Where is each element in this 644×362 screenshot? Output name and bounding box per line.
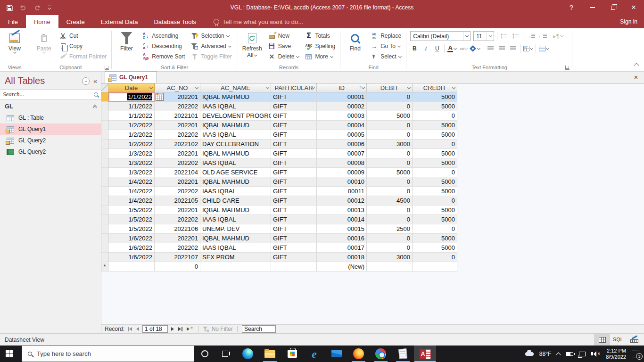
cell[interactable]: GIFT (271, 215, 317, 224)
hidden-icons-chevron-icon[interactable] (556, 352, 561, 357)
row-selector[interactable] (101, 158, 108, 168)
advanced-button[interactable]: Advanced (189, 41, 233, 51)
cell[interactable]: 5000 (367, 168, 413, 177)
cell[interactable]: 00001 (317, 92, 367, 102)
cell[interactable]: GIFT (271, 111, 317, 121)
cell[interactable]: 00012 (317, 196, 367, 206)
cell[interactable]: 0 (367, 158, 413, 168)
cell[interactable]: 1/6/2022 (108, 234, 155, 243)
column-dropdown-icon[interactable] (149, 86, 153, 89)
cell[interactable]: 0 (367, 187, 413, 196)
document-tab-gl-query1[interactable]: GL Query1 (105, 71, 157, 83)
column-dropdown-icon[interactable] (452, 86, 455, 89)
design-view-button[interactable] (626, 334, 642, 346)
cell[interactable]: 5000 (413, 158, 457, 168)
cell[interactable]: 202201 (155, 177, 200, 187)
cell[interactable]: 5000 (413, 92, 457, 102)
previous-record-button[interactable] (135, 327, 140, 331)
cell[interactable]: 202201 (155, 234, 200, 243)
cell[interactable] (271, 262, 317, 272)
increase-indent-button[interactable]: ← (538, 32, 547, 41)
cell[interactable]: 1/4/2022 (108, 187, 155, 196)
cell[interactable]: IQBAL MAHMUD (200, 206, 271, 215)
cell[interactable]: IAAS IQBAL (200, 158, 271, 168)
nav-item-gl-table[interactable]: GL : Table (0, 112, 101, 123)
customize-qat-icon[interactable] (48, 6, 51, 10)
next-record-button[interactable] (170, 327, 175, 331)
row-selector[interactable] (101, 149, 108, 158)
action-center-icon[interactable]: 3 (632, 351, 639, 357)
underline-button[interactable]: U (433, 44, 441, 53)
format-painter-button[interactable]: Format Painter (58, 51, 108, 62)
cell[interactable]: 1/3/2022 (108, 168, 155, 177)
remove-sort-button[interactable]: AZRemove Sort (140, 51, 186, 62)
taskbar-app-chrome[interactable] (370, 346, 392, 362)
more-button[interactable]: More (303, 51, 337, 62)
new-blank-record-button[interactable]: * (186, 327, 194, 331)
cell[interactable]: 202202 (155, 215, 200, 224)
cell[interactable]: 00003 (317, 111, 367, 121)
cell[interactable]: 2022105 (155, 196, 200, 206)
cell[interactable]: (New) (317, 262, 367, 272)
cell[interactable]: GIFT (271, 102, 317, 111)
datasheet-view-button[interactable] (594, 334, 610, 346)
cell[interactable] (108, 262, 155, 272)
taskbar-search-input[interactable]: Type here to search (22, 346, 194, 362)
cell[interactable]: 0 (413, 224, 457, 234)
numbering-button[interactable] (512, 32, 520, 41)
cell[interactable]: 1/1/2022 (108, 102, 155, 111)
cell[interactable]: 1/5/2022 (108, 215, 155, 224)
cut-button[interactable]: Cut (58, 31, 108, 41)
clipboard-dialog-launcher-icon[interactable] (105, 66, 109, 70)
cell[interactable]: 00007 (317, 149, 367, 158)
cell[interactable]: 0 (413, 168, 457, 177)
refresh-all-button[interactable]: Refresh All (241, 30, 264, 58)
column-dropdown-icon[interactable] (266, 86, 269, 89)
cell[interactable]: 4500 (367, 196, 413, 206)
row-selector[interactable] (101, 224, 108, 234)
cell[interactable]: 202201 (155, 206, 200, 215)
selection-button[interactable]: Selection (189, 31, 233, 41)
font-size-combo[interactable]: 11 (473, 31, 494, 41)
row-selector[interactable] (101, 140, 108, 149)
toggle-filter-button[interactable]: Toggle Filter (189, 51, 233, 62)
cell[interactable]: 0 (367, 243, 413, 253)
cell[interactable]: GIFT (271, 187, 317, 196)
cell[interactable]: 1/5/2022 (108, 206, 155, 215)
cell[interactable]: 0 (367, 177, 413, 187)
bullets-button[interactable] (500, 32, 509, 41)
descending-button[interactable]: ZA↓Descending (140, 41, 186, 51)
cell[interactable]: 00017 (317, 243, 367, 253)
cell[interactable]: 1/1/2022 (108, 92, 155, 102)
cell[interactable]: 00015 (317, 224, 367, 234)
cell[interactable]: 5000 (413, 243, 457, 253)
record-position-box[interactable]: 1 of 18 (142, 325, 168, 333)
cell[interactable]: SEX PROM (200, 253, 271, 262)
background-color-button[interactable] (471, 44, 480, 53)
column-header-ac-name[interactable]: AC_NAME (200, 83, 271, 92)
align-center-button[interactable] (497, 44, 506, 53)
cell[interactable]: 5000 (413, 206, 457, 215)
alternate-row-color-button[interactable] (539, 44, 549, 53)
delete-record-button[interactable]: ✕Delete (266, 51, 301, 62)
cell[interactable]: GIFT (271, 130, 317, 140)
find-button[interactable]: Find (344, 30, 366, 52)
cell[interactable]: 0 (413, 140, 457, 149)
font-name-combo[interactable]: Calibri (Detail) (410, 31, 471, 41)
restore-button[interactable] (603, 0, 623, 15)
help-button[interactable]: ? (561, 0, 582, 15)
row-selector[interactable] (101, 121, 108, 130)
paste-button[interactable]: Paste (33, 30, 55, 53)
cell[interactable]: 00002 (317, 102, 367, 111)
cell[interactable]: 1/6/2022 (108, 243, 155, 253)
taskbar-app-firefox[interactable] (347, 346, 370, 362)
cell[interactable] (367, 262, 413, 272)
first-record-button[interactable] (127, 327, 133, 331)
cell[interactable]: GIFT (271, 92, 317, 102)
column-dropdown-icon[interactable] (195, 86, 198, 89)
column-header-id[interactable]: ID↑ (317, 83, 367, 92)
cell[interactable]: GIFT (271, 177, 317, 187)
cell[interactable]: GIFT (271, 121, 317, 130)
taskbar-app-internet-explorer[interactable]: e (303, 346, 325, 362)
tab-database-tools[interactable]: Database Tools (146, 15, 204, 28)
